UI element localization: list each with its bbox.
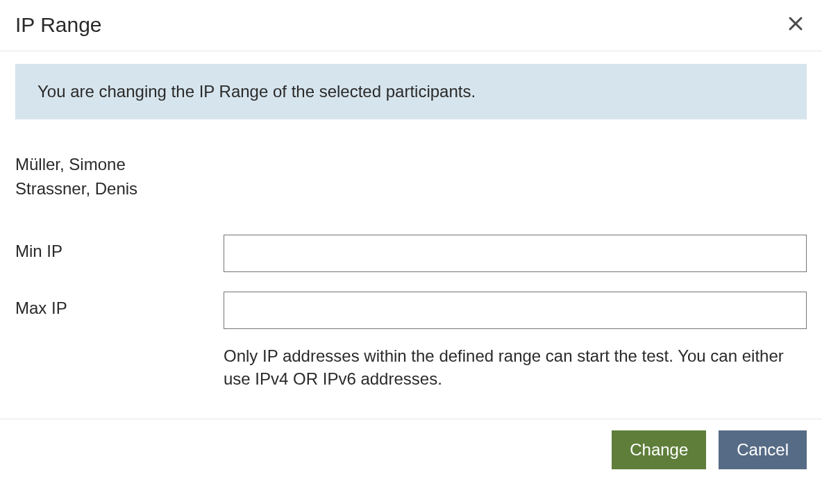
participant-list: Müller, Simone Strassner, Denis [15, 153, 807, 201]
max-ip-label: Max IP [15, 292, 224, 318]
max-ip-field-wrap: Only IP addresses within the defined ran… [224, 292, 807, 391]
close-button[interactable] [785, 12, 807, 37]
cancel-button[interactable]: Cancel [719, 430, 807, 469]
min-ip-field-wrap [224, 235, 807, 272]
min-ip-input[interactable] [224, 235, 807, 272]
modal-header: IP Range [0, 0, 822, 51]
close-icon [787, 15, 804, 34]
list-item: Müller, Simone [15, 153, 807, 177]
modal-footer: Change Cancel [0, 419, 822, 480]
help-text: Only IP addresses within the defined ran… [224, 344, 793, 391]
min-ip-row: Min IP [15, 235, 807, 272]
max-ip-row: Max IP Only IP addresses within the defi… [15, 292, 807, 391]
change-button[interactable]: Change [612, 430, 706, 469]
list-item: Strassner, Denis [15, 177, 807, 201]
modal-title: IP Range [15, 13, 102, 37]
info-message: You are changing the IP Range of the sel… [15, 64, 807, 119]
modal-body: You are changing the IP Range of the sel… [0, 51, 822, 419]
min-ip-label: Min IP [15, 235, 224, 261]
max-ip-input[interactable] [224, 292, 807, 329]
